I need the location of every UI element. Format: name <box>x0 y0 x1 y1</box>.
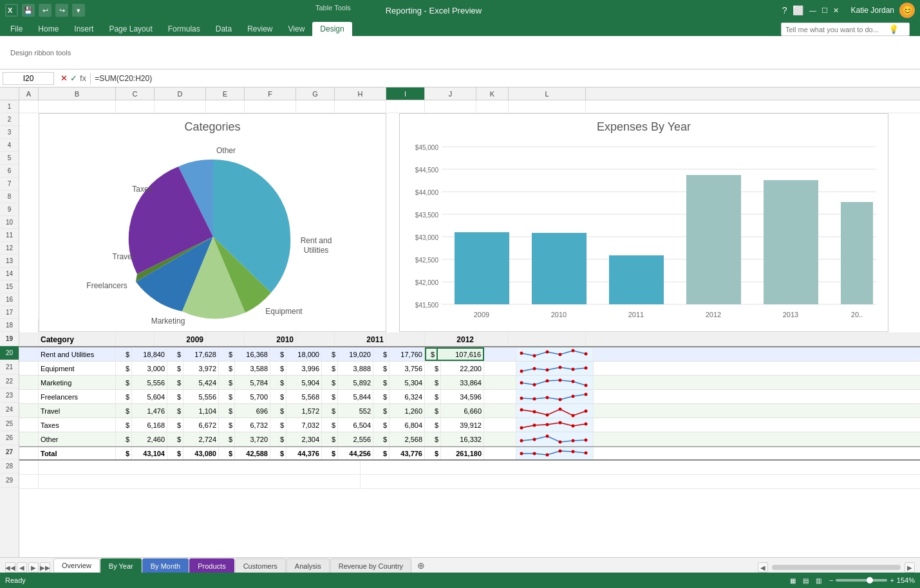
cell-I22[interactable]: 33,864 <box>441 376 484 389</box>
col-J[interactable]: J <box>425 87 476 100</box>
col-D[interactable]: D <box>155 87 206 100</box>
customize-icon[interactable]: ▾ <box>72 4 85 17</box>
cell-D22-sign[interactable]: $ <box>167 376 183 389</box>
cell-A29[interactable] <box>19 475 39 488</box>
cell-K25[interactable] <box>484 418 516 432</box>
cell-K21[interactable] <box>484 362 516 375</box>
cell-L19[interactable] <box>509 333 586 346</box>
tab-file[interactable]: File <box>3 22 30 36</box>
col-H[interactable]: H <box>335 87 386 100</box>
search-box[interactable]: 💡 <box>781 23 910 36</box>
sheet-scrollbar[interactable] <box>772 565 901 570</box>
cell-D23-sign[interactable]: $ <box>167 390 183 403</box>
scroll-right[interactable]: ▶ <box>905 562 915 573</box>
cell-A28[interactable] <box>19 461 39 474</box>
cell-H27-sign[interactable]: $ <box>373 447 390 459</box>
cell-K20[interactable] <box>484 347 516 361</box>
cell-I21-sign[interactable]: $ <box>425 362 441 375</box>
cell-C21[interactable]: 3,000 <box>132 362 167 375</box>
cell-F19[interactable]: 2010 <box>245 333 296 346</box>
cell-C22-sign[interactable]: $ <box>116 376 132 389</box>
cell-C20-sign[interactable]: $ <box>116 347 132 361</box>
tab-page-layout[interactable]: Page Layout <box>101 22 160 36</box>
cell-H25[interactable]: 6,804 <box>390 418 425 432</box>
cell-I22-sign[interactable]: $ <box>425 376 441 389</box>
cell-E25-sign[interactable]: $ <box>219 418 235 432</box>
cell-I24[interactable]: 6,660 <box>441 404 484 418</box>
cell-B19[interactable]: Category <box>39 333 116 346</box>
help-icon[interactable]: ? <box>782 5 787 15</box>
cell-reference[interactable] <box>3 72 54 85</box>
cell-I23-sign[interactable]: $ <box>425 390 441 403</box>
normal-view-icon[interactable]: ▦ <box>788 575 798 585</box>
cell-B26[interactable]: Other <box>39 432 116 446</box>
close-button[interactable]: ✕ <box>832 6 841 15</box>
cell-H26[interactable]: 2,568 <box>390 432 425 446</box>
sheet-tab-bymonth[interactable]: By Month <box>142 558 189 573</box>
cell-B21[interactable]: Equipment <box>39 362 116 375</box>
cell-E23[interactable]: 5,700 <box>235 390 270 403</box>
page-break-view-icon[interactable]: ▥ <box>814 575 824 585</box>
minimize-button[interactable]: — <box>809 6 818 15</box>
cell-F24-sign[interactable]: $ <box>270 404 286 418</box>
cell-G23[interactable]: 5,844 <box>338 390 373 403</box>
cell-G26[interactable]: 2,556 <box>338 432 373 446</box>
cell-F21-sign[interactable]: $ <box>270 362 286 375</box>
cell-F23[interactable]: 5,568 <box>286 390 322 403</box>
col-I[interactable]: I <box>386 87 425 100</box>
zoom-in-icon[interactable]: + <box>890 576 894 584</box>
cell-A21[interactable] <box>19 362 39 375</box>
cell-F20[interactable]: 18,000 <box>286 347 322 361</box>
cell-C26[interactable]: 2,460 <box>132 432 167 446</box>
cell-C24-sign[interactable]: $ <box>116 404 132 418</box>
nav-first[interactable]: ◀◀ <box>5 562 15 573</box>
cell-C25-sign[interactable]: $ <box>116 418 132 432</box>
cell-J1[interactable] <box>425 100 476 113</box>
nav-last[interactable]: ▶▶ <box>40 562 50 573</box>
cell-H23-sign[interactable]: $ <box>373 390 390 403</box>
cell-E27[interactable]: 42,588 <box>235 447 270 459</box>
cell-I24-sign[interactable]: $ <box>425 404 441 418</box>
cell-K27[interactable] <box>484 447 516 459</box>
nav-prev[interactable]: ◀ <box>17 562 27 573</box>
cell-A25[interactable] <box>19 418 39 432</box>
cell-F27-sign[interactable]: $ <box>270 447 286 459</box>
cell-F26[interactable]: 2,304 <box>286 432 322 446</box>
table-row-20[interactable]: Rent and Utilities $ 18,840 $ 17,628 $ 1… <box>19 347 920 362</box>
cell-F23-sign[interactable]: $ <box>270 390 286 403</box>
cell-E20[interactable]: 16,368 <box>235 347 270 361</box>
cell-C25[interactable]: 6,168 <box>132 418 167 432</box>
cell-E1[interactable] <box>206 100 245 113</box>
scroll-left[interactable]: ◀ <box>758 562 768 573</box>
cell-E27-sign[interactable]: $ <box>219 447 235 459</box>
cell-A23[interactable] <box>19 390 39 403</box>
tab-data[interactable]: Data <box>208 22 239 36</box>
cell-B22[interactable]: Marketing <box>39 376 116 389</box>
cell-D26-sign[interactable]: $ <box>167 432 183 446</box>
cell-J19[interactable]: 2012 <box>425 333 476 346</box>
cell-I26[interactable]: 16,332 <box>441 432 484 446</box>
cell-I26-sign[interactable]: $ <box>425 432 441 446</box>
cell-B25[interactable]: Taxes <box>39 418 116 432</box>
tab-review[interactable]: Review <box>239 22 280 36</box>
cell-H27[interactable]: 43,776 <box>390 447 425 459</box>
screen-icon[interactable]: ⬜ <box>793 5 803 15</box>
cell-D23[interactable]: 5,556 <box>183 390 219 403</box>
cell-H24-sign[interactable]: $ <box>373 404 390 418</box>
cell-H20-sign[interactable]: $ <box>373 347 390 361</box>
cell-C23[interactable]: 5,604 <box>132 390 167 403</box>
cell-H23[interactable]: 6,324 <box>390 390 425 403</box>
cell-I27[interactable]: 261,180 <box>441 447 484 459</box>
sheet-tab-customers[interactable]: Customers <box>235 558 286 573</box>
cell-H22[interactable]: 5,304 <box>390 376 425 389</box>
cell-K22[interactable] <box>484 376 516 389</box>
cell-E24-sign[interactable]: $ <box>219 404 235 418</box>
cell-E23-sign[interactable]: $ <box>219 390 235 403</box>
cell-I1[interactable] <box>386 100 425 113</box>
col-C[interactable]: C <box>116 87 155 100</box>
table-row-26[interactable]: Other $ 2,460 $ 2,724 $ 3,720 $ 2,304 $ … <box>19 432 920 446</box>
cell-A1[interactable] <box>19 100 39 113</box>
col-E[interactable]: E <box>206 87 245 100</box>
cell-I25[interactable]: 39,912 <box>441 418 484 432</box>
cell-E19[interactable] <box>206 333 245 346</box>
